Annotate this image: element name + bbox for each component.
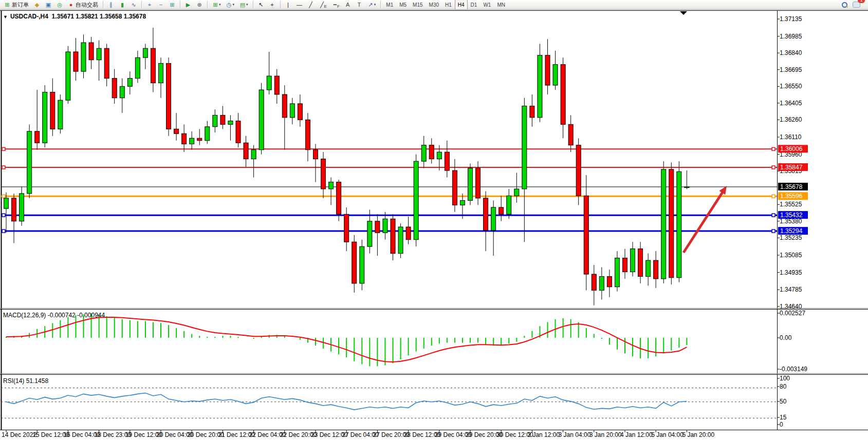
macd-indicator-label: MACD(12,26,9) -0.000742 -0.000944 <box>3 312 105 319</box>
timeframe-button-h1[interactable]: H1 <box>442 0 455 10</box>
price-tick-label: 1.36840 <box>780 49 802 56</box>
arrows-icon: ↗ <box>367 2 374 8</box>
timeframe-button-mn[interactable]: MN <box>494 0 508 10</box>
new-chart-button[interactable]: ⊞▾ <box>210 0 223 9</box>
candle-body <box>421 145 426 161</box>
candle-chart-button[interactable]: ▮ <box>117 0 127 9</box>
toolbar-separator <box>103 1 103 8</box>
chevron-down-icon: ▾ <box>219 3 221 7</box>
cursor-plus-button[interactable]: ⊕ <box>194 0 205 9</box>
cursor-plus-icon: ⊕ <box>196 2 202 8</box>
candle-body <box>484 198 488 231</box>
timeframe-button-h4[interactable]: H4 <box>455 0 468 10</box>
price-tick-label: 1.36695 <box>780 66 802 73</box>
new-order-button[interactable]: ⊞新订单 <box>2 0 31 9</box>
line-chart-button[interactable]: ∿ <box>128 0 139 9</box>
candle-body <box>58 100 63 129</box>
candle-body <box>73 52 78 71</box>
timeframe-button-w1[interactable]: W1 <box>480 0 494 10</box>
candle-body <box>507 196 511 214</box>
signal-button[interactable]: ◎ <box>54 0 65 9</box>
chart-area[interactable]: 0.0025270.00-0.00314910080501501.371351.… <box>0 10 868 439</box>
candle-body <box>530 106 534 117</box>
tile-windows-button[interactable]: ⊞ <box>167 0 177 9</box>
hline-handle[interactable] <box>2 166 5 169</box>
macd-values: -0.000742 -0.000944 <box>48 312 105 319</box>
candle-body <box>190 138 194 144</box>
toolbar-separator <box>380 1 381 8</box>
candle-body <box>220 115 225 124</box>
candle-body <box>452 170 457 205</box>
autotrade-icon: ● <box>68 2 74 8</box>
candle-body <box>151 48 155 83</box>
arrows-button[interactable]: ↗▾ <box>365 0 378 9</box>
candle-body <box>35 131 40 143</box>
autotrade-button[interactable]: ●自动交易 <box>66 0 100 9</box>
hline-handle[interactable] <box>2 147 5 150</box>
chart-profile-button[interactable]: ▤▾ <box>237 0 250 9</box>
notifications-button[interactable]: 1 <box>851 0 862 9</box>
hline-handle[interactable] <box>772 166 775 169</box>
price-tick-label: 1.36550 <box>780 83 802 90</box>
candle-body <box>538 55 542 118</box>
zoom-out-button[interactable]: − <box>156 0 166 9</box>
timeframe-button-d1[interactable]: D1 <box>468 0 481 10</box>
profile-icon: ▣ <box>45 2 51 8</box>
channel-button[interactable]: ╱E <box>317 0 329 9</box>
hline-handle[interactable] <box>772 214 775 217</box>
rsi-axis-label: 100 <box>780 375 790 382</box>
price-tag-text: 1.35294 <box>780 227 803 235</box>
time-axis-label: 3 Jan 04:00 <box>559 431 591 438</box>
price-tick-label: 1.34785 <box>780 286 802 293</box>
profile-button[interactable]: ▣ <box>43 0 53 9</box>
rsi-axis-label: 80 <box>780 383 787 390</box>
main-toolbar: ⊞新订单◆▣◎●自动交易∥▮∿+−⊞▶⊕⊞▾◷▾▤▾↖+|—╱╱E┅FAT↗▾M… <box>0 0 868 10</box>
candle-body <box>236 121 241 143</box>
candle-body <box>514 189 519 196</box>
macd-axis-label: -0.003149 <box>780 366 807 373</box>
timeframe-button-m15[interactable]: M15 <box>410 0 426 10</box>
search-button[interactable] <box>840 0 849 9</box>
trendline-icon: ╱ <box>308 2 314 8</box>
hline-button[interactable]: — <box>294 0 305 9</box>
eraser-button[interactable]: ◆ <box>32 0 42 9</box>
candle-body <box>545 55 550 85</box>
chart-title: ▼USDCAD-,H4 1.35671 1.35821 1.35658 1.35… <box>3 13 146 20</box>
vline-button[interactable]: | <box>283 0 293 9</box>
label-button[interactable]: T <box>354 0 364 9</box>
timeframe-button-m5[interactable]: M5 <box>396 0 410 10</box>
zoom-in-button[interactable]: + <box>144 0 155 9</box>
text-button[interactable]: A <box>343 0 353 9</box>
hline-handle[interactable] <box>772 229 775 233</box>
hline-handle[interactable] <box>772 195 775 198</box>
candle-body <box>631 249 635 272</box>
candle-body <box>499 207 504 214</box>
vline-icon: | <box>285 2 291 8</box>
price-tick-label: 1.37135 <box>780 15 802 23</box>
hline-handle[interactable] <box>772 147 775 150</box>
fibo-button[interactable]: ┅F <box>330 0 342 9</box>
crosshair-button[interactable]: + <box>267 0 278 9</box>
hline-handle[interactable] <box>2 214 5 217</box>
candle-chart-icon: ▮ <box>119 2 125 8</box>
period-clock-button[interactable]: ◷▾ <box>224 0 237 9</box>
cursor-button[interactable]: ↖ <box>256 0 266 9</box>
timeframe-button-m30[interactable]: M30 <box>426 0 442 10</box>
hline-icon: — <box>297 2 303 8</box>
hline-handle[interactable] <box>2 229 5 233</box>
price-tick-label: 1.34935 <box>780 269 802 276</box>
trendline-button[interactable]: ╱ <box>306 0 316 9</box>
candle-body <box>89 43 94 60</box>
symbol-period-label: USDCAD-,H4 <box>10 13 48 20</box>
candle-body <box>352 242 357 283</box>
price-tick-label: 1.35085 <box>780 252 802 259</box>
indicator-play-button[interactable]: ▶ <box>183 0 193 9</box>
chart-canvas[interactable]: 0.0025270.00-0.00314910080501501.371351.… <box>0 10 868 441</box>
candle-body <box>367 221 372 246</box>
bar-chart-button[interactable]: ∥ <box>106 0 116 9</box>
candle-body <box>654 260 658 279</box>
timeframe-button-m1[interactable]: M1 <box>383 0 396 10</box>
hline-handle[interactable] <box>2 195 5 198</box>
candle-body <box>615 258 619 287</box>
chevron-down-icon[interactable]: ▼ <box>3 14 8 20</box>
